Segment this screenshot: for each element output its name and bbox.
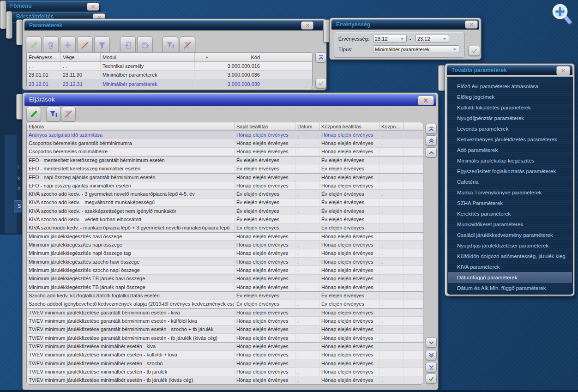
table-row[interactable]: Csoportos béremelés garantált bérminimum… bbox=[27, 139, 423, 147]
column-header[interactable]: Közpo... bbox=[379, 122, 403, 130]
parameter-menu-item[interactable]: KIVA paraméterek bbox=[448, 262, 572, 272]
parameter-menu-item[interactable]: Minimális járulékalap kiegészítés bbox=[448, 156, 572, 166]
add-button[interactable] bbox=[60, 36, 76, 54]
confirm-button[interactable] bbox=[315, 78, 326, 88]
table-row[interactable]: EFO - mentesített keretösszeg garantált … bbox=[27, 156, 423, 164]
parameter-menu-item[interactable]: Külföldön dolgozó adómentesség, járulék … bbox=[448, 251, 572, 262]
table-row[interactable]: Csoportos béremelés minimálbérreHónap el… bbox=[27, 148, 423, 156]
table-row[interactable]: KIVA szocho adó kedv. - 3 gyermeket neve… bbox=[27, 190, 423, 198]
cell: Év elején érvényes bbox=[319, 157, 379, 164]
delete-button[interactable] bbox=[43, 36, 59, 54]
filter-info-button[interactable] bbox=[163, 36, 178, 54]
window-fomenu-titlebar[interactable]: Főmenü bbox=[6, 1, 101, 12]
table-row[interactable]: KIVA szocho adó kedv. - szakképzettséget… bbox=[27, 207, 423, 215]
tovabbi-titlebar[interactable]: További paraméterek bbox=[447, 65, 572, 75]
resize-grip[interactable] bbox=[431, 384, 436, 389]
parameter-menu-item[interactable]: Előleg jogcímek bbox=[448, 92, 572, 103]
scroll-top-button[interactable] bbox=[315, 52, 326, 62]
type-dropdown[interactable]: Minimálbér paraméterek bbox=[373, 45, 459, 53]
validity-from-dropdown[interactable]: 23.12 bbox=[373, 35, 407, 42]
filter-clear-button[interactable] bbox=[61, 107, 76, 121]
table-row[interactable]: Minimum járulékkiegészítés TB járuék hav… bbox=[27, 275, 423, 283]
fomenu-close-button[interactable] bbox=[87, 3, 99, 11]
table-row[interactable]: Minimum járulékkiegészítés TB járuék nap… bbox=[27, 283, 423, 291]
parameter-menu-item[interactable]: Munka Törvénykönyve paraméterek bbox=[448, 187, 572, 198]
column-header[interactable]: Dátum bbox=[295, 122, 319, 130]
parameter-menu-item[interactable]: Nyugdíjas járulékfizetései paraméterek bbox=[448, 241, 572, 251]
edit-button[interactable] bbox=[26, 107, 41, 121]
page-down-button[interactable] bbox=[426, 350, 437, 360]
table-row[interactable]: Szocho adóból igénybevehető kedvezmények… bbox=[27, 300, 423, 308]
column-header[interactable]: Központi beállítás bbox=[319, 122, 379, 130]
parameter-menu-item[interactable]: Munkaidőkeret paraméterek bbox=[448, 219, 572, 230]
parameterek-close-button[interactable] bbox=[301, 21, 313, 30]
table-row[interactable]: 23.01.0123.11.30Minimálbér paraméterek3.… bbox=[27, 71, 312, 79]
table-row[interactable]: TV/EV minimum járulékfizetése minimálbér… bbox=[27, 351, 423, 359]
filter-button[interactable] bbox=[94, 36, 110, 54]
clipped-button[interactable]: S bbox=[14, 200, 22, 212]
table-row[interactable]: TV/EV minimum járulékfizetése minimálbér… bbox=[27, 376, 423, 385]
eljarasok-titlebar[interactable]: Eljárások bbox=[24, 94, 436, 106]
table-row[interactable]: TV/EV minimum járulékfizetése minimálbér… bbox=[27, 342, 423, 350]
ervenyesseg-close-button[interactable] bbox=[465, 20, 478, 29]
table-row[interactable]: EFO - napi összeg ajánlás garantált bérm… bbox=[27, 173, 423, 181]
parameter-menu-item[interactable]: Külföldi kiküldetés paraméterek bbox=[448, 103, 572, 113]
parameter-menu-item[interactable]: Dátumfüggő paraméterek bbox=[448, 272, 572, 283]
table-row[interactable]: TV/EV minimum járulékfizetése garantált … bbox=[27, 317, 423, 325]
validity-to-dropdown[interactable]: 23.12 bbox=[415, 35, 449, 42]
page-up-button[interactable] bbox=[426, 135, 437, 145]
column-header[interactable]: Érvényess... bbox=[27, 53, 61, 61]
filter-clear-button[interactable] bbox=[180, 36, 195, 54]
tovabbi-close-button[interactable] bbox=[556, 66, 570, 75]
table-row[interactable]: Minimum járulékkiegészítés szocho havi ö… bbox=[27, 258, 423, 266]
unpin-button[interactable] bbox=[77, 36, 93, 54]
table-row[interactable]: EFO - napi összeg ajánlás minimálbér ese… bbox=[27, 181, 423, 190]
parameter-menu-item[interactable]: Egyszerűsített foglalkoztatás paramétere… bbox=[448, 166, 572, 177]
column-header[interactable]: Vége bbox=[61, 53, 101, 61]
export-button[interactable] bbox=[120, 36, 136, 54]
import-button[interactable] bbox=[137, 36, 153, 54]
parameter-menu-item[interactable]: Adó paraméterek bbox=[448, 145, 572, 156]
table-row[interactable]: KIVA szochoadó kedv. - munkaerőpiacra lé… bbox=[27, 224, 423, 232]
table-row[interactable]: KIVA szocho adó kedv. - védett korban el… bbox=[27, 215, 423, 223]
parameter-menu-item[interactable]: Levonás paraméterek bbox=[448, 124, 572, 134]
scroll-bottom-button[interactable] bbox=[426, 362, 437, 372]
table-row[interactable]: TV/EV minimum járulékfizetése minimálbér… bbox=[27, 368, 423, 376]
row-up-button[interactable] bbox=[426, 147, 437, 157]
filter-info-button[interactable] bbox=[46, 107, 61, 121]
parameterek-titlebar[interactable]: Paraméterek bbox=[24, 20, 325, 30]
eljarasok-close-button[interactable] bbox=[418, 96, 434, 105]
parameter-menu-item[interactable]: Kedvezményes járulékfizetés paraméterek bbox=[448, 134, 572, 145]
confirm-button[interactable] bbox=[426, 374, 437, 384]
table-row[interactable]: TV/EV minimum járulékfizetése minimálbér… bbox=[27, 359, 423, 368]
table-row[interactable]: EFO - mentesített keretösszeg minimálbér… bbox=[27, 164, 423, 173]
column-header[interactable]: Modul bbox=[101, 53, 195, 61]
table-row[interactable]: 23.12.0123.12.31Minimálbér paraméterek3.… bbox=[27, 80, 312, 88]
column-header[interactable]: Saját beállítás bbox=[235, 122, 295, 130]
table-row[interactable]: Arányos szolgálati idő számításaHónap el… bbox=[27, 131, 423, 139]
table-row[interactable]: . .. .Technikai személy3.000.000.016 bbox=[27, 62, 312, 71]
parameter-menu-item[interactable]: Kerekítés paraméterek bbox=[448, 209, 572, 219]
edit-button[interactable] bbox=[26, 36, 42, 54]
zoom-in-magnifier-icon[interactable] bbox=[550, 2, 573, 25]
parameter-menu-item[interactable]: Nyugdíjpénztár paraméterek bbox=[448, 113, 572, 124]
table-row[interactable]: TV/EV minimum járulékfizetése garantált … bbox=[27, 334, 423, 342]
table-row[interactable]: Minimum járulékkiegészítés havi összegeH… bbox=[27, 232, 423, 241]
row-down-button[interactable] bbox=[426, 338, 437, 348]
parameter-menu-item[interactable]: Családi járulékkedvezmény paraméterek bbox=[448, 230, 572, 241]
table-row[interactable]: KIVA szocho adó kedv. - megváltozott mun… bbox=[27, 199, 423, 207]
parameter-menu-item[interactable]: Cafetéria bbox=[448, 177, 572, 187]
table-row[interactable]: Minimum járulékkiegészítés napi összege … bbox=[27, 249, 423, 258]
parameter-menu-item[interactable]: Dátum és Alk.Min. függő paraméterek bbox=[448, 283, 572, 294]
parameter-menu-item[interactable]: Előző évi paraméterek átmásolása bbox=[448, 81, 572, 92]
column-header[interactable]: Eljárás bbox=[27, 122, 235, 130]
table-row[interactable]: Minimum járulékkiegészítés szocho napi ö… bbox=[27, 266, 423, 274]
table-row[interactable]: Minimum járulékkiegészítés napi összegeH… bbox=[27, 241, 423, 249]
table-row[interactable]: TV/EV minimum járulékfizetése garantált … bbox=[27, 326, 423, 334]
ervenyesseg-titlebar[interactable]: Érvényesség bbox=[331, 19, 479, 30]
table-row[interactable]: Szocho adó kedv. közfoglalkoztatotti fog… bbox=[27, 291, 423, 300]
confirm-button[interactable] bbox=[468, 46, 480, 56]
parameter-menu-item[interactable]: SZHA Paraméterek bbox=[448, 198, 572, 209]
scroll-top-button[interactable] bbox=[426, 124, 437, 134]
table-row[interactable]: TV/EV minimum járulékfizetése garantált … bbox=[27, 308, 423, 317]
